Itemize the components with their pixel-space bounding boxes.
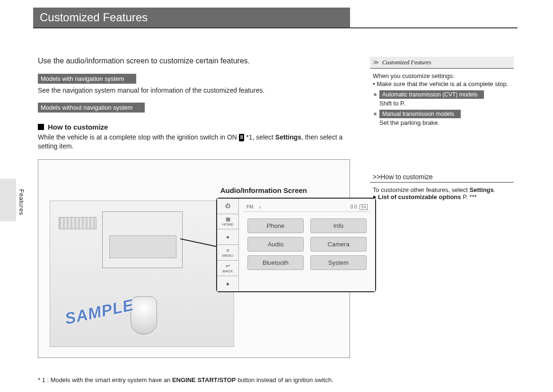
sec2-text-a: To customize other features, select <box>373 186 469 193</box>
side-column: ≫ Customized Features When you customize… <box>370 57 514 200</box>
footnote: * 1 : Models with the smart entry system… <box>38 376 360 383</box>
side-header: ≫ Customized Features <box>370 57 514 69</box>
page-title: Customized Features <box>40 11 148 24</box>
volume-button[interactable]: ▲ <box>217 276 238 291</box>
how-to-customize-heading: How to customize <box>38 123 350 131</box>
home-button[interactable]: ▦HOME <box>217 214 238 230</box>
nav-button[interactable]: ● <box>217 229 238 245</box>
sec2-line1: To customize other features, select Sett… <box>373 186 511 193</box>
models-with-nav-chip: Models with navigation system <box>38 74 136 84</box>
para-part2: *1, select <box>244 133 275 141</box>
auto-transmission-chip: Automatic transmission (CVT) models <box>379 90 484 99</box>
audio-screen-figure: Audio/Information Screen SAMPLE ⏻ ▦HOME … <box>38 159 350 358</box>
models-without-nav-chip: Models without navigation system <box>38 103 145 113</box>
power-icon: ⏻ <box>225 203 230 209</box>
para-part1: While the vehicle is at a complete stop … <box>38 133 239 141</box>
source-label: FM <box>246 204 253 209</box>
page-title-bar: Customized Features <box>33 8 350 27</box>
grid-icon: ▦ <box>226 217 230 222</box>
back-button[interactable]: ↩BACK <box>217 261 238 276</box>
chevron-up-icon: ▲ <box>225 281 230 286</box>
power-button[interactable]: ⏻ <box>217 199 238 214</box>
dashboard-center-stack <box>102 211 183 268</box>
list-icon: ≡ <box>226 248 229 253</box>
bullet-complete-stop: • Make sure that the vehicle is at a com… <box>373 80 511 87</box>
breadcrumb-title: Customized Features <box>382 59 431 66</box>
dashboard-shifter <box>131 296 157 334</box>
heading-text: How to customize <box>48 123 108 131</box>
status-bar: FM ♪ 0 0 TA <box>244 202 370 212</box>
auto-transmission-text: Shift to P. <box>379 100 484 107</box>
menu-button[interactable]: ≡MENU <box>217 245 238 261</box>
sec2-line2: List of customizable options P. *** <box>373 193 511 200</box>
audio-tile[interactable]: Audio <box>247 237 304 252</box>
dashboard-vent <box>59 217 97 229</box>
how-to-customize-paragraph: While the vehicle is at a complete stop … <box>38 133 350 151</box>
sec2-line2-suffix: P. *** <box>461 193 477 200</box>
footnote-suffix: button instead of an ignition switch. <box>236 376 334 383</box>
breadcrumb-arrows: ≫ <box>373 59 380 66</box>
audio-info-screen-callout: ⏻ ▦HOME ● ≡MENU ↩BACK ▲ FM ♪ 0 0 TA <box>216 198 376 292</box>
arrow-right-icon <box>373 195 377 199</box>
footnote-prefix: * 1 : Models with the smart entry system… <box>38 376 172 383</box>
section-tab-bg <box>0 179 16 221</box>
sec2-text-b: . <box>494 186 496 193</box>
footnote-bold: ENGINE START/STOP <box>172 376 236 383</box>
when-customize-lead: When you customize settings: <box>373 72 511 79</box>
info-tile[interactable]: Info <box>310 218 367 233</box>
camera-tile[interactable]: Camera <box>310 237 367 252</box>
settings-grid: Phone Info Audio Camera Bluetooth System <box>244 217 370 272</box>
dashboard-image: SAMPLE <box>50 200 234 347</box>
sec2-line2-bold: List of customizable options <box>378 193 461 200</box>
hardware-button-strip: ⏻ ▦HOME ● ≡MENU ↩BACK ▲ <box>217 199 239 291</box>
side-section-2-header: >>How to customize <box>370 172 514 183</box>
para-settings-bold: Settings <box>275 133 301 141</box>
auto-transmission-bullet: Automatic transmission (CVT) models Shif… <box>373 90 511 107</box>
system-tile[interactable]: System <box>310 255 367 270</box>
section-tab-label: Features <box>18 189 25 215</box>
manual-transmission-text: Set the parking brake. <box>379 119 461 126</box>
music-note-icon: ♪ <box>259 204 261 209</box>
models-with-nav-text: See the navigation system manual for inf… <box>38 87 350 94</box>
side-block-1: When you customize settings: • Make sure… <box>370 69 514 126</box>
heading-square-icon <box>38 124 44 130</box>
touch-screen-body: FM ♪ 0 0 TA Phone Info Audio Camera Blue… <box>239 199 375 291</box>
ta-badge: TA <box>360 204 368 210</box>
bullet-icon <box>374 113 377 115</box>
sec2-settings-bold: Settings <box>469 186 493 193</box>
back-arrow-icon: ↩ <box>226 263 230 269</box>
intro-text: Use the audio/information screen to cust… <box>38 57 350 65</box>
ignition-position-icon: II <box>239 134 245 141</box>
phone-tile[interactable]: Phone <box>247 218 304 233</box>
bluetooth-tile[interactable]: Bluetooth <box>247 255 304 270</box>
audio-info-label: Audio/Information Screen <box>220 186 307 194</box>
section2-title: How to customize <box>380 173 432 181</box>
side-block-2: To customize other features, select Sett… <box>370 183 514 200</box>
manual-transmission-chip: Manual transmission models <box>379 110 461 118</box>
section2-arrows: >> <box>373 173 380 181</box>
manual-transmission-bullet: Manual transmission models Set the parki… <box>373 110 511 126</box>
title-rule <box>33 27 518 28</box>
bullet-icon <box>374 93 377 96</box>
status-right: 0 0 <box>351 204 357 209</box>
sample-watermark: SAMPLE <box>63 296 136 328</box>
dashboard-screen-small <box>109 235 176 258</box>
target-icon: ● <box>226 235 229 240</box>
main-column: Use the audio/information screen to cust… <box>38 57 350 358</box>
